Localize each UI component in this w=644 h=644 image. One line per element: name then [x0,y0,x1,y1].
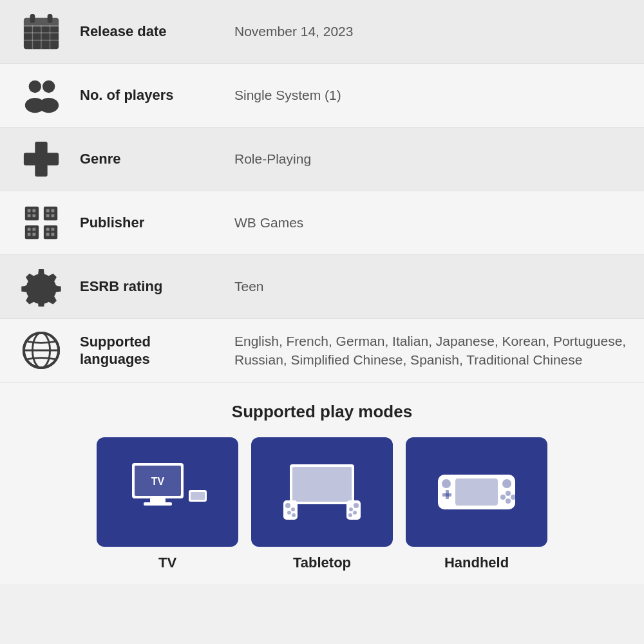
handheld-icon [435,457,518,527]
esrb-label: ESRB rating [80,278,222,296]
svg-rect-65 [455,478,498,506]
svg-rect-24 [32,209,35,213]
svg-point-13 [39,98,59,113]
play-modes-grid: TV TV [15,437,629,571]
genre-row: Genre Role-Playing [0,128,644,191]
esrb-row: ESRB rating Teen [0,255,644,319]
publisher-value: WB Games [234,213,629,232]
svg-rect-54 [283,500,298,520]
release-date-label: Release date [80,23,222,41]
publisher-row: Publisher WB Games [0,191,644,255]
languages-label: Supported languages [80,333,222,368]
svg-rect-53 [292,467,352,502]
esrb-value: Teen [234,277,629,296]
svg-rect-25 [28,214,31,217]
tabletop-mode-label: Tabletop [293,554,351,571]
svg-rect-21 [25,225,39,239]
svg-point-60 [354,503,359,508]
num-players-value: Single System (1) [234,86,629,104]
svg-rect-36 [52,228,55,231]
handheld-mode-label: Handheld [444,554,509,571]
svg-rect-33 [28,233,31,236]
num-players-row: No. of players Single System (1) [0,64,644,128]
play-modes-title: Supported play modes [15,402,629,422]
genre-value: Role-Playing [234,149,629,168]
svg-point-63 [348,513,352,517]
svg-rect-28 [52,209,55,213]
svg-rect-26 [32,214,35,217]
svg-rect-23 [28,209,31,213]
svg-rect-22 [44,225,57,239]
tv-mode-label: TV [158,554,176,571]
svg-rect-15 [35,164,47,176]
svg-rect-68 [446,490,449,499]
handheld-mode-card [406,437,547,547]
svg-rect-16 [24,153,36,165]
svg-rect-37 [46,233,50,236]
svg-rect-47 [150,498,166,502]
svg-rect-31 [28,228,31,231]
release-date-value: November 14, 2023 [234,22,629,41]
globe-icon [21,330,61,370]
svg-rect-20 [44,207,57,220]
svg-rect-32 [32,228,35,231]
svg-rect-38 [52,233,55,236]
release-date-row: Release date November 14, 2023 [0,0,644,64]
tv-mode-card: TV [97,437,238,547]
svg-point-10 [29,80,41,93]
svg-rect-3 [48,14,53,23]
svg-point-61 [349,507,353,511]
svg-rect-27 [46,209,50,213]
svg-rect-1 [24,18,59,27]
svg-point-70 [500,495,506,500]
svg-point-55 [285,503,290,508]
svg-point-11 [43,80,55,93]
play-modes-section: Supported play modes TV [0,383,644,584]
svg-rect-59 [346,500,361,520]
svg-rect-51 [191,492,205,500]
calendar-icon [21,12,61,52]
handheld-mode-item: Handheld [406,437,547,571]
svg-rect-2 [30,14,35,23]
svg-rect-17 [46,153,59,165]
svg-text:TV: TV [151,476,165,487]
tabletop-icon [280,457,364,527]
svg-rect-29 [46,214,50,217]
svg-point-73 [511,495,516,500]
players-icon [21,75,61,115]
svg-point-72 [506,498,511,504]
svg-point-66 [442,479,451,488]
svg-rect-48 [144,502,172,506]
svg-point-69 [502,479,511,488]
svg-point-71 [506,491,511,496]
publisher-label: Publisher [80,214,222,232]
svg-point-58 [292,513,296,517]
gamepad-icon [21,139,61,179]
tv-icon: TV [126,457,209,527]
tabletop-mode-card [251,437,393,547]
tv-mode-item: TV TV [97,437,238,571]
svg-point-57 [287,511,291,515]
tabletop-mode-item: Tabletop [251,437,393,571]
svg-rect-34 [32,233,35,236]
languages-value: English, French, German, Italian, Japane… [234,332,629,370]
languages-row: Supported languages English, French, Ger… [0,319,644,383]
svg-point-62 [353,511,357,515]
svg-rect-14 [35,142,47,154]
svg-point-56 [291,507,295,511]
svg-rect-30 [52,214,55,217]
num-players-label: No. of players [80,86,222,104]
gear-icon [21,267,61,307]
genre-label: Genre [80,150,222,168]
svg-rect-35 [46,228,50,231]
svg-rect-19 [25,207,39,220]
svg-rect-18 [35,153,47,165]
building-icon [21,203,61,243]
